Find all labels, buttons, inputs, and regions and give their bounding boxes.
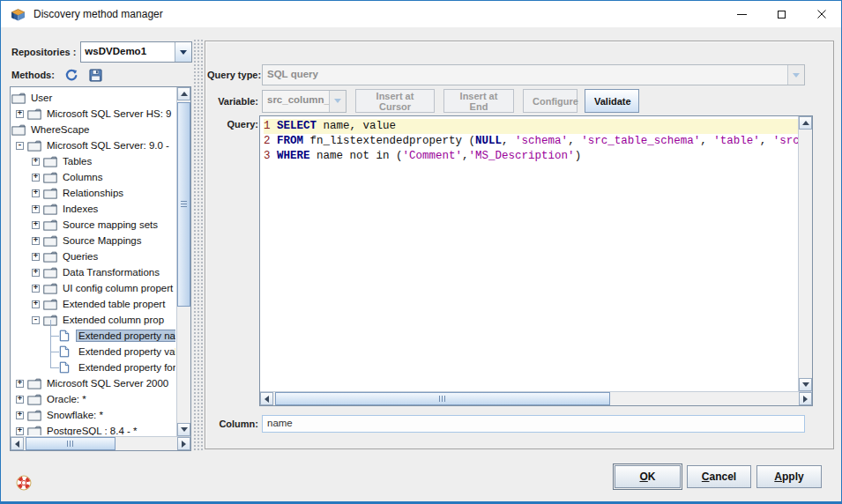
refresh-methods-button[interactable] [63,67,79,83]
apply-button[interactable]: Apply [756,465,822,488]
tree-item[interactable]: +Snowflake: * [11,407,175,423]
discovery-method-manager-dialog: Discovery method manager Repositories : … [0,0,842,504]
expand-toggle-icon[interactable]: + [32,205,40,213]
expand-toggle-icon[interactable]: + [32,189,40,197]
code-token: SELECT [277,120,317,132]
tree-item[interactable]: +Extended table propert [11,296,175,312]
folder-icon [43,282,58,294]
editor-vertical-scrollbar[interactable] [798,116,812,391]
expand-toggle-icon[interactable]: + [16,396,24,404]
insert-at-end-button[interactable]: Insert at End [443,89,514,113]
variable-combobox[interactable]: src_column_name [262,90,346,113]
expand-toggle-icon[interactable]: + [32,253,40,261]
tree-item-label: Extended property format [77,362,175,373]
tree-connector-line [43,359,59,375]
scroll-down-button[interactable] [177,423,190,436]
tree-item[interactable]: +PostgreSQL : 8.4 - * [11,423,175,435]
help-button[interactable] [16,475,32,491]
tree-item[interactable]: -Extended column prop [11,312,175,328]
scroll-left-button[interactable] [11,437,24,450]
configure-button[interactable]: Configure [523,89,577,113]
variable-value: src_column_name [263,91,329,112]
query-type-row: Query type: SQL query [207,64,805,85]
title-bar[interactable]: Discovery method manager [1,1,841,27]
code-token: WHERE [277,150,310,162]
insert-at-cursor-button[interactable]: Insert at Cursor [355,89,435,113]
close-icon [817,10,826,19]
folder-icon [43,187,58,199]
tree-item[interactable]: +Indexes [11,201,175,217]
tree-item[interactable]: WhereScape [11,122,175,137]
tree-item[interactable]: +Data Transformations [11,264,175,280]
collapse-toggle-icon[interactable]: - [32,316,40,324]
scroll-up-button[interactable] [177,87,190,100]
tree-item[interactable]: +Relationships [11,185,175,201]
code-line: 3 WHERE name not in ('Comment','MS_Descr… [264,149,798,164]
tree-item[interactable]: +Microsoft SQL Server HS: 9 [11,106,175,122]
cancel-button[interactable]: Cancel [687,465,751,488]
code-token: , [760,135,773,147]
chevron-down-icon [329,91,346,112]
tree-item-label: Microsoft SQL Server: 9.0 - [45,140,171,151]
expand-toggle-icon[interactable]: + [32,285,40,293]
tree-hscroll-thumb[interactable] [26,437,115,450]
tree-indent [11,233,27,248]
collapse-toggle-icon[interactable]: - [16,142,24,150]
tree-vertical-scrollbar[interactable] [176,87,190,436]
tree-item[interactable]: Extended property value [11,344,175,359]
tree-item-label: Extended property name [77,330,175,341]
scroll-right-button[interactable] [177,437,190,450]
apply-button-label: Apply [774,471,803,483]
tree-vscroll-thumb[interactable] [177,102,190,307]
query-type-combobox[interactable]: SQL query [262,64,805,85]
scroll-down-button[interactable] [799,378,812,391]
expand-toggle-icon[interactable]: + [32,300,40,308]
tree-item[interactable]: Extended property format [11,359,175,375]
tree-item[interactable]: +Columns [11,169,175,185]
expand-toggle-icon[interactable]: + [32,237,40,245]
tree-item[interactable]: -Microsoft SQL Server: 9.0 - [11,137,175,153]
tree-item[interactable]: Extended property name [11,328,175,344]
tree-item[interactable]: +Source Mappings [11,233,175,248]
scroll-left-button[interactable] [260,392,273,405]
close-button[interactable] [801,1,841,27]
editor-hscroll-thumb[interactable] [275,392,610,405]
expand-toggle-icon[interactable]: + [16,110,24,118]
column-field[interactable]: name [262,415,805,433]
folder-icon [27,409,42,421]
ok-button[interactable]: OK [615,465,681,488]
editor-horizontal-scrollbar[interactable] [260,391,812,405]
tree-item[interactable]: +UI config column propert [11,280,175,296]
tree-horizontal-scrollbar[interactable] [11,436,190,450]
split-pane-divider[interactable] [193,39,204,452]
maximize-button[interactable] [762,1,801,27]
tree-item-label: UI config column propert [61,283,175,293]
tree-item[interactable]: +Source mapping sets [11,217,175,233]
scroll-right-button[interactable] [799,392,812,405]
document-icon [59,330,74,342]
sql-query-editor[interactable]: 1 SELECT name, value2 FROM fn_listextend… [259,115,813,406]
save-methods-button[interactable] [88,67,104,83]
sql-code[interactable]: 1 SELECT name, value2 FROM fn_listextend… [261,117,798,391]
validate-button[interactable]: Validate [585,89,639,113]
expand-toggle-icon[interactable]: + [32,158,40,166]
expand-toggle-icon[interactable]: + [32,174,40,182]
chevron-down-icon[interactable] [175,42,191,62]
tree-item[interactable]: +Oracle: * [11,391,175,407]
folder-icon [11,123,26,136]
folder-icon [43,250,58,263]
tree-item[interactable]: User [11,90,175,106]
tree-item[interactable]: +Microsoft SQL Server 2000 [11,375,175,391]
tree-item[interactable]: +Queries [11,248,175,264]
tree-item[interactable]: +Tables [11,153,175,169]
tree-item-label: Source Mappings [61,235,144,246]
expand-toggle-icon[interactable]: + [32,221,40,229]
repositories-combobox[interactable]: wsDVDemo1 [80,41,192,63]
minimize-button[interactable] [722,1,762,27]
expand-toggle-icon[interactable]: + [16,411,24,419]
tree-indent [11,280,27,296]
expand-toggle-icon[interactable]: + [16,380,24,388]
expand-toggle-icon[interactable]: + [32,269,40,277]
expand-toggle-icon[interactable]: + [16,427,24,435]
scroll-up-button[interactable] [799,116,812,130]
